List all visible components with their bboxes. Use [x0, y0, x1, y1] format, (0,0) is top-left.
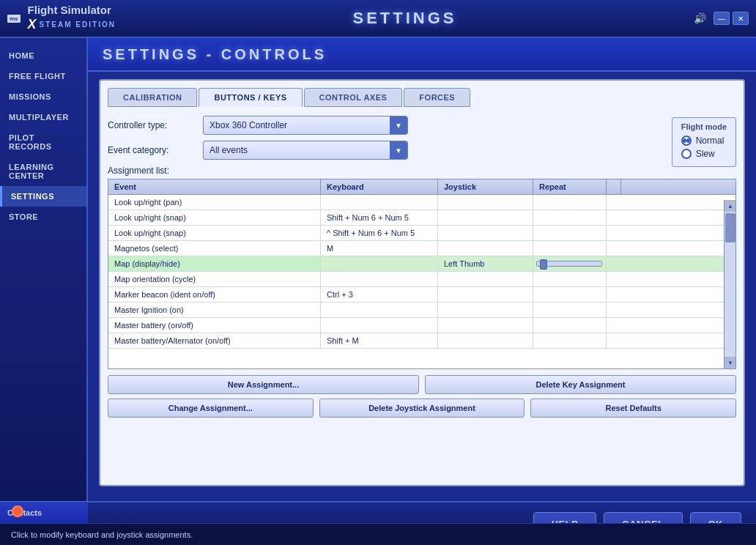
window-controls: — ✕ [714, 12, 749, 25]
sidebar-item-settings[interactable]: SETTINGS [0, 186, 86, 207]
button-row-2: Change Assignment... Delete Joystick Ass… [108, 398, 736, 418]
scroll-up-arrow[interactable]: ▲ [724, 200, 736, 212]
row-1-keyboard: Shift + Num 6 + Num 5 [321, 210, 438, 225]
row-3-joystick [438, 241, 533, 256]
col-joystick: Joystick [438, 179, 533, 194]
table-row[interactable]: Look up/right (snap) Shift + Num 6 + Num… [108, 210, 735, 226]
delete-joystick-assignment-button[interactable]: Delete Joystick Assignment [319, 398, 525, 418]
controller-type-dropdown-arrow[interactable]: ▼ [390, 116, 407, 134]
flight-mode-normal-label: Normal [696, 136, 724, 146]
row-8-keyboard [321, 318, 438, 333]
new-assignment-button[interactable]: New Assignment... [108, 375, 419, 394]
col-scrollbar-placeholder [607, 179, 621, 194]
table-header: Event Keyboard Joystick Repeat [108, 179, 735, 195]
sidebar-item-free-flight[interactable]: FREE FLIGHT [0, 66, 86, 86]
sidebar-item-learning-center[interactable]: LEARNING CENTER [0, 157, 86, 186]
row-1-repeat [533, 210, 607, 225]
status-indicator [12, 505, 23, 517]
flight-mode-normal-row: Normal [681, 136, 727, 146]
row-2-event: Look up/right (snap) [108, 226, 321, 240]
tabs: CALIBRATION BUTTONS / KEYS CONTROL AXES … [108, 88, 736, 107]
table-row[interactable]: Map orientation (cycle) [108, 272, 735, 287]
button-row-1: New Assignment... Delete Key Assignment [108, 375, 736, 394]
tab-forces[interactable]: FORCES [404, 88, 470, 107]
tab-buttons-keys[interactable]: BUTTONS / KEYS [199, 88, 302, 107]
row-7-joystick [438, 303, 533, 317]
scrollbar[interactable]: ▲ ▼ [724, 200, 735, 368]
row-7-repeat [533, 303, 607, 317]
change-assignment-button[interactable]: Change Assignment... [108, 398, 314, 418]
sub-header: SETTINGS - CONTROLS [88, 38, 756, 72]
row-7-keyboard [321, 303, 438, 317]
row-5-repeat [533, 272, 607, 286]
reset-defaults-button[interactable]: Reset Defaults [530, 398, 736, 418]
table-body: Look up/right (pan) Look up/right (snap)… [108, 195, 735, 363]
controller-type-value: Xbox 360 Controller [210, 120, 287, 130]
row-9-joystick [438, 333, 533, 348]
flight-mode-box: Flight mode Normal Slew [672, 117, 736, 167]
app-name: Flight Simulator [28, 4, 116, 17]
row-5-keyboard [321, 272, 438, 286]
assignment-list-label: Assignment list: [108, 166, 736, 176]
tab-control-axes[interactable]: CONTROL AXES [304, 88, 403, 107]
sidebar-item-store[interactable]: STORE [0, 207, 86, 227]
row-0-repeat [533, 195, 607, 210]
table-row[interactable]: Map (display/hide) Left Thumb [108, 256, 735, 272]
table-row[interactable]: Look up/right (pan) [108, 195, 735, 210]
row-9-repeat [533, 333, 607, 348]
table-row[interactable]: Master battery (on/off) [108, 318, 735, 333]
row-0-keyboard [321, 195, 438, 210]
row-8-event: Master battery (on/off) [108, 318, 321, 333]
logo-area: ms Flight Simulator X STEAM EDITION [7, 4, 116, 33]
row-5-event: Map orientation (cycle) [108, 272, 321, 286]
table-row[interactable]: Look up/right (snap) ^ Shift + Num 6 + N… [108, 226, 735, 241]
row-3-keyboard: M [321, 241, 438, 256]
info-text: Click to modify keyboard and joystick as… [11, 530, 193, 539]
scroll-down-arrow[interactable]: ▼ [724, 357, 736, 368]
col-repeat: Repeat [533, 179, 607, 194]
logo-text: Flight Simulator X STEAM EDITION [28, 4, 116, 33]
minimize-button[interactable]: — [714, 12, 730, 25]
row-6-repeat [533, 287, 607, 302]
scroll-thumb[interactable] [725, 213, 735, 242]
row-8-joystick [438, 318, 533, 333]
row-4-repeat [533, 256, 607, 271]
table-row[interactable]: Master battery/Alternator (on/off) Shift… [108, 333, 735, 349]
sidebar-item-missions[interactable]: MISSIONS [0, 86, 86, 107]
flight-mode-slew-radio[interactable] [681, 149, 692, 159]
repeat-slider[interactable] [536, 261, 602, 267]
delete-key-assignment-button[interactable]: Delete Key Assignment [425, 375, 736, 394]
ms-logo: ms [7, 15, 21, 23]
sidebar-item-home[interactable]: HOME [0, 45, 86, 66]
row-0-joystick [438, 195, 533, 210]
table-row[interactable]: Master Ignition (on) [108, 303, 735, 318]
event-category-label: Event category: [108, 145, 196, 155]
table-row[interactable]: Marker beacon (ident on/off) Ctrl + 3 [108, 287, 735, 303]
row-3-repeat [533, 241, 607, 256]
event-category-select[interactable]: All events ▼ [203, 141, 408, 160]
sub-header-title: SETTINGS - CONTROLS [103, 46, 327, 63]
table-row[interactable]: Magnetos (select) M [108, 241, 735, 256]
close-button[interactable]: ✕ [733, 12, 749, 25]
sidebar-item-pilot-records[interactable]: PILOT RECORDS [0, 127, 86, 157]
row-5-joystick [438, 272, 533, 286]
app-edition: STEAM EDITION [40, 21, 116, 29]
row-7-event: Master Ignition (on) [108, 303, 321, 317]
controller-type-select[interactable]: Xbox 360 Controller ▼ [203, 116, 408, 135]
sound-icon[interactable]: 🔊 [694, 12, 706, 24]
flight-mode-normal-radio[interactable] [681, 136, 692, 146]
sidebar: HOME FREE FLIGHT MISSIONS MULTIPLAYER PI… [0, 38, 88, 545]
tab-calibration[interactable]: CALIBRATION [108, 88, 197, 107]
row-8-repeat [533, 318, 607, 333]
row-4-event: Map (display/hide) [108, 256, 321, 271]
repeat-slider-thumb [540, 259, 547, 270]
event-category-row: Event category: All events ▼ [108, 141, 736, 160]
assignment-table: Event Keyboard Joystick Repeat Look up/r… [108, 179, 736, 369]
col-keyboard: Keyboard [321, 179, 438, 194]
sidebar-item-multiplayer[interactable]: MULTIPLAYER [0, 107, 86, 127]
app-version: X [28, 17, 37, 33]
content-panel: CALIBRATION BUTTONS / KEYS CONTROL AXES … [88, 72, 756, 501]
event-category-dropdown-arrow[interactable]: ▼ [390, 141, 407, 159]
row-6-event: Marker beacon (ident on/off) [108, 287, 321, 302]
row-3-event: Magnetos (select) [108, 241, 321, 256]
